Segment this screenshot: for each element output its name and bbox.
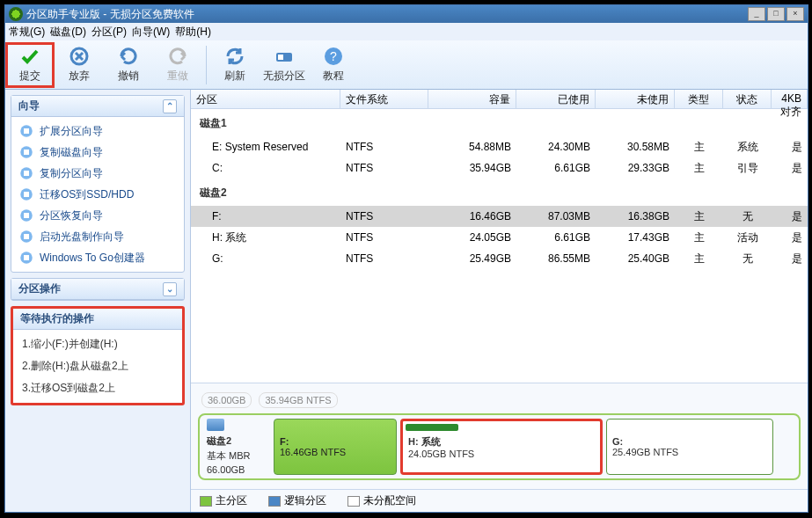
col-status[interactable]: 状态 [723,90,772,108]
partition-visual-size: 24.05GB NTFS [408,449,595,459]
undo-button[interactable]: 撤销 [104,42,153,88]
legend: 主分区 逻辑分区 未分配空间 [191,489,808,512]
partition-visual-name: G: [612,436,767,447]
column-headers: 分区 文件系统 容量 已使用 未使用 类型 状态 4KB对齐 [191,90,808,109]
disk-visual-partition[interactable]: G:25.49GB NTFS [606,419,773,475]
partition-row[interactable]: E: System ReservedNTFS54.88MB24.30MB30.5… [191,136,808,157]
wizard-item-icon [18,123,34,139]
wizard-item[interactable]: 复制磁盘向导 [15,142,180,163]
wizard-item-label: 分区恢复向导 [40,208,103,223]
wizard-item-icon [18,186,34,202]
content-area: 分区 文件系统 容量 已使用 未使用 类型 状态 4KB对齐 磁盘1E: Sys… [190,90,808,512]
disk-group-header: 磁盘1 [191,109,808,136]
menu-wizard[interactable]: 向导(W) [132,25,170,40]
svg-rect-20 [24,255,29,260]
col-free[interactable]: 未使用 [596,90,675,108]
wizard-item-label: Windows To Go创建器 [40,251,145,266]
svg-rect-16 [24,213,29,218]
partition-row[interactable]: G:NTFS25.49GB86.55MB25.40GB主无是 [191,248,808,269]
svg-rect-12 [24,171,29,176]
wizard-item[interactable]: Windows To Go创建器 [15,247,180,268]
menu-help[interactable]: 帮助(H) [175,25,211,40]
disk-visual-partition[interactable]: F:16.46GB NTFS [274,419,397,475]
partition-ops-panel: 分区操作 ⌄ [11,278,185,301]
chevron-up-icon[interactable]: ⌃ [163,99,177,113]
app-icon [9,7,23,21]
refresh-button[interactable]: 刷新 [210,42,260,88]
commit-button[interactable]: 提交 [5,42,55,88]
wizard-panel-header[interactable]: 向导 ⌃ [11,96,184,117]
disk-label: 磁盘2 基本 MBR 66.00GB [203,419,270,475]
discard-button[interactable]: 放弃 [55,42,104,88]
refresh-icon [224,46,245,67]
wizard-item[interactable]: 复制分区向导 [15,163,180,184]
legend-primary: 主分区 [200,493,247,508]
wizard-item[interactable]: 分区恢复向导 [15,205,180,226]
menu-normal[interactable]: 常规(G) [9,25,45,40]
partition-visual-name: H: 系统 [408,435,595,449]
pending-op-item[interactable]: 1.缩小(F:)并创建(H:) [17,333,179,355]
disk-visual-partition[interactable]: H: 系统24.05GB NTFS [400,419,603,475]
col-partition[interactable]: 分区 [191,90,340,108]
minimize-button[interactable]: _ [748,7,765,21]
sidebar: 向导 ⌃ 扩展分区向导复制磁盘向导复制分区向导迁移OS到SSD/HDD分区恢复向… [5,90,190,512]
pending-op-item[interactable]: 3.迁移OS到磁盘2上 [17,377,179,399]
wizard-item-label: 复制磁盘向导 [40,145,103,160]
wizard-item[interactable]: 扩展分区向导 [15,120,180,142]
chevron-down-icon[interactable]: ⌄ [163,282,177,296]
wizard-item[interactable]: 启动光盘制作向导 [15,226,180,247]
toolbar: 提交 放弃 撤销 重做 刷新 无损分区 ? 教程 [5,40,808,90]
redo-icon [167,46,188,67]
wizard-item-icon [18,250,34,266]
discard-icon [69,46,90,67]
svg-rect-8 [24,128,29,134]
partition-list: 磁盘1E: System ReservedNTFS54.88MB24.30MB3… [191,109,808,383]
wizard-item-label: 迁移OS到SSD/HDD [40,187,134,202]
disk-group-header: 磁盘2 [191,179,808,206]
title-text: 分区助手专业版 - 无损分区免费软件 [26,7,194,22]
wizard-item-icon [18,229,34,244]
partition-visual-size: 25.49GB NTFS [612,447,767,457]
svg-text:?: ? [330,49,337,63]
col-type[interactable]: 类型 [675,90,723,108]
titlebar: 分区助手专业版 - 无损分区免费软件 _ □ × [5,5,808,23]
lossless-button[interactable]: 无损分区 [260,42,309,88]
pending-ops-panel: 等待执行的操作 1.缩小(F:)并创建(H:)2.删除(H:)盘从磁盘2上3.迁… [11,306,185,405]
pending-op-item[interactable]: 2.删除(H:)盘从磁盘2上 [17,355,179,377]
wizard-item-icon [18,144,34,160]
svg-rect-4 [278,55,283,60]
disk-icon [274,46,295,67]
col-4k-align[interactable]: 4KB对齐 [772,90,808,108]
col-capacity[interactable]: 容量 [428,90,516,108]
wizard-item-icon [18,165,34,181]
partition-ops-header[interactable]: 分区操作 ⌄ [11,279,184,300]
partition-visual-name: F: [280,436,391,447]
col-used[interactable]: 已使用 [516,90,596,108]
svg-rect-18 [24,234,29,239]
legend-unallocated: 未分配空间 [347,493,416,508]
wizard-item-label: 复制分区向导 [40,166,103,181]
wizard-item[interactable]: 迁移OS到SSD/HDD [15,184,180,205]
help-icon: ? [323,46,344,67]
wizard-item-label: 启动光盘制作向导 [40,230,124,244]
close-button[interactable]: × [786,7,804,21]
undo-icon [118,46,139,67]
legend-logical: 逻辑分区 [268,493,326,508]
col-filesystem[interactable]: 文件系统 [340,90,428,108]
maximize-button[interactable]: □ [767,7,785,21]
svg-rect-10 [24,150,29,155]
menu-partition[interactable]: 分区(P) [91,25,127,40]
tutorial-button[interactable]: ? 教程 [309,42,358,88]
menu-disk[interactable]: 磁盘(D) [50,25,86,40]
disk-visual-area: 36.00GB 35.94GB NTFS 磁盘2 基本 MBR 66.00GB … [191,383,808,489]
partition-row[interactable]: F:NTFS16.46GB87.03MB16.38GB主无是 [191,206,808,227]
redo-button[interactable]: 重做 [153,42,202,88]
disk-icon [207,419,224,431]
pending-ops-header[interactable]: 等待执行的操作 [13,309,182,330]
menubar: 常规(G) 磁盘(D) 分区(P) 向导(W) 帮助(H) [5,23,808,40]
svg-rect-14 [24,192,29,197]
wizard-item-label: 扩展分区向导 [40,124,103,139]
partition-row[interactable]: H: 系统NTFS24.05GB6.61GB17.43GB主活动是 [191,227,808,248]
wizard-panel: 向导 ⌃ 扩展分区向导复制磁盘向导复制分区向导迁移OS到SSD/HDD分区恢复向… [11,95,185,273]
partition-row[interactable]: C:NTFS35.94GB6.61GB29.33GB主引导是 [191,157,808,179]
